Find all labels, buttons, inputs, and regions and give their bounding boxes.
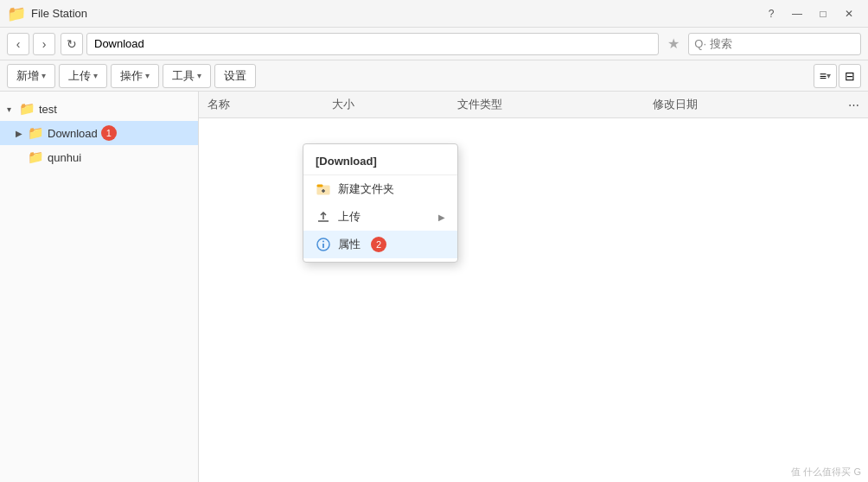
svg-rect-1 [317,185,322,187]
close-button[interactable]: ✕ [837,5,861,22]
col-name: 名称 [199,92,323,118]
ctx-properties-label: 属性 [338,237,361,252]
titlebar: 📁 File Station ? — □ ✕ [0,0,868,28]
svg-point-8 [322,241,324,243]
tree-arrow-test: ▾ [7,105,19,114]
navbar: ‹ › ↻ Download ★ Q· [0,28,868,60]
forward-button[interactable]: › [33,33,55,55]
app-container: ‹ › ↻ Download ★ Q· 新增 ▾ 上传 ▾ 操作 ▾ 工具 ▾ [0,28,868,482]
new-button[interactable]: 新增 ▾ [7,64,55,88]
upload-icon [316,209,331,225]
col-type: 文件类型 [449,92,644,118]
tools-button[interactable]: 工具 ▾ [163,64,211,88]
info-icon [316,237,331,252]
app-icon: 📁 [7,4,26,23]
sidebar-label-qunhui: qunhui [48,151,81,164]
main-content: ▾ 📁 test ▶ 📁 Download 1 ▶ 📁 qunhui [0,92,868,482]
favorite-button[interactable]: ★ [662,33,685,55]
ctx-upload-arrow: ▶ [438,212,445,222]
file-table: 名称 大小 文件类型 修改日期 ⋯ [199,92,868,118]
back-button[interactable]: ‹ [7,33,29,55]
upload-button[interactable]: 上传 ▾ [59,64,107,88]
ctx-new-folder[interactable]: 新建文件夹 [303,175,457,203]
folder-icon-test: 📁 [19,101,35,117]
col-date: 修改日期 [644,92,839,118]
help-button[interactable]: ? [759,5,783,22]
col-size: 大小 [323,92,448,118]
view-buttons: ≡ ▾ ⊟ [814,64,861,88]
list-icon: ≡ [820,69,827,83]
action-button[interactable]: 操作 ▾ [111,64,159,88]
properties-badge: 2 [371,237,386,252]
folder-icon-download: 📁 [28,125,44,141]
search-input[interactable] [710,37,855,50]
download-badge: 1 [101,125,117,141]
col-more[interactable]: ⋯ [839,92,868,118]
search-box[interactable]: Q· [688,33,861,55]
toolbar: 新增 ▾ 上传 ▾ 操作 ▾ 工具 ▾ 设置 ≡ ▾ ⊟ [0,60,868,92]
folder-icon-qunhui: 📁 [28,149,44,165]
file-area: 名称 大小 文件类型 修改日期 ⋯ [Download] [199,92,868,482]
detail-icon: ⊟ [845,69,855,83]
restore-button[interactable]: □ [811,5,835,22]
ctx-upload-label: 上传 [338,209,361,225]
ctx-new-folder-label: 新建文件夹 [338,181,394,197]
sidebar-label-test: test [39,103,57,116]
search-prefix: Q· [694,37,706,50]
path-bar[interactable]: Download [86,33,659,55]
sidebar-item-test[interactable]: ▾ 📁 test [0,97,198,121]
tree-arrow-download: ▶ [16,129,28,138]
sidebar-label-download: Download [48,127,98,140]
sidebar-item-download[interactable]: ▶ 📁 Download 1 [0,121,198,145]
minimize-button[interactable]: — [785,5,809,22]
list-view-button[interactable]: ≡ ▾ [814,64,837,88]
context-menu-title: [Download] [303,148,457,175]
app-title: File Station [31,7,754,20]
ctx-properties[interactable]: 属性 2 [303,231,457,258]
settings-button[interactable]: 设置 [214,64,256,88]
detail-view-button[interactable]: ⊟ [839,64,861,88]
path-text: Download [94,37,144,50]
context-menu: [Download] 新建文件夹 [303,143,458,263]
ctx-upload[interactable]: 上传 ▶ [303,203,457,231]
refresh-button[interactable]: ↻ [61,33,83,55]
new-folder-icon [316,181,331,197]
sidebar: ▾ 📁 test ▶ 📁 Download 1 ▶ 📁 qunhui [0,92,199,482]
window-controls: ? — □ ✕ [759,5,861,22]
watermark: 值 什么值得买 G [791,466,861,479]
sidebar-item-qunhui[interactable]: ▶ 📁 qunhui [0,145,198,169]
